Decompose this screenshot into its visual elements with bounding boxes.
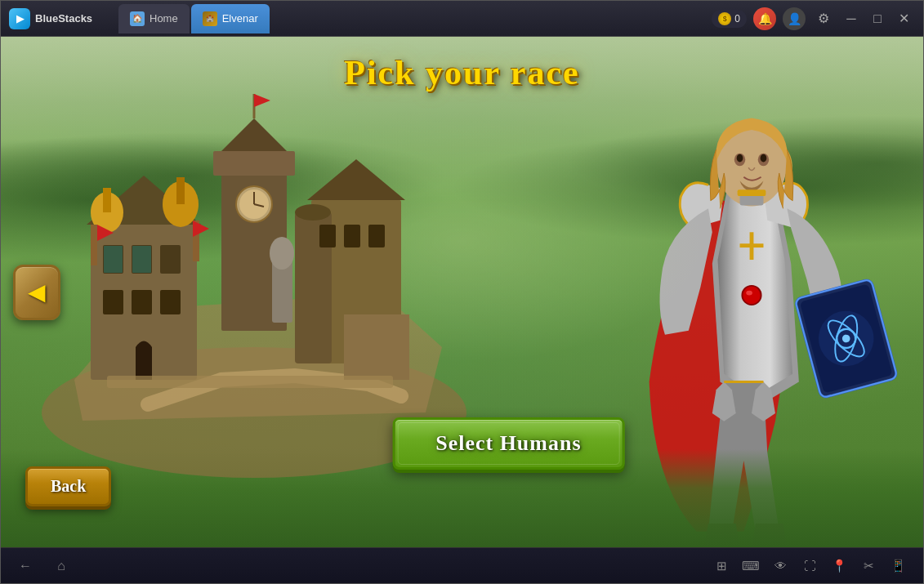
nav-left-button[interactable] (13, 265, 60, 320)
svg-point-38 (270, 237, 294, 270)
svg-rect-26 (319, 225, 336, 247)
svg-rect-17 (104, 246, 123, 273)
home-tab-icon: 🏠 (130, 11, 145, 26)
svg-rect-30 (107, 376, 393, 388)
settings-button[interactable]: ⚙ (812, 7, 835, 30)
notification-button[interactable]: 🔔 (753, 7, 776, 30)
svg-rect-29 (344, 314, 409, 380)
svg-point-55 (761, 154, 767, 163)
race-title-text: Pick your race (344, 54, 580, 91)
svg-point-40 (746, 291, 752, 296)
taskbar-scissors-icon[interactable]: ✂ (856, 554, 881, 578)
elvenar-tab-label: Elvenar (222, 12, 258, 25)
svg-marker-36 (193, 221, 209, 237)
coin-display: $ 0 (712, 10, 747, 28)
home-tab-label: Home (150, 12, 178, 25)
svg-point-25 (295, 204, 331, 221)
svg-rect-20 (132, 290, 152, 314)
tab-elvenar[interactable]: 🏰 Elvenar (191, 4, 270, 33)
svg-rect-13 (176, 177, 185, 204)
app-name: BlueStacks (35, 12, 92, 25)
svg-rect-16 (160, 245, 181, 274)
select-humans-button[interactable]: Select Humans (392, 417, 624, 470)
back-button-label: Back (51, 477, 86, 495)
minimize-button[interactable]: ─ (841, 9, 861, 29)
svg-rect-27 (344, 225, 360, 247)
taskbar-phone-icon[interactable]: 📱 (886, 554, 910, 578)
select-button-bg: Select Humans (392, 417, 624, 470)
svg-rect-19 (103, 290, 123, 314)
bluestacks-window: ▶ BlueStacks 🏠 Home 🏰 Elvenar $ 0 🔔 👤 ⚙ (0, 0, 924, 584)
svg-rect-28 (368, 225, 385, 247)
svg-marker-3 (221, 118, 287, 151)
title-bar-controls: $ 0 🔔 👤 ⚙ ─ □ ✕ (702, 7, 923, 30)
tab-home[interactable]: 🏠 Home (118, 4, 190, 33)
taskbar-right: ⊞ ⌨ 👁 ⛶ 📍 ✂ 📱 (709, 554, 910, 578)
svg-rect-2 (213, 151, 295, 176)
svg-marker-32 (254, 94, 270, 107)
svg-point-39 (742, 286, 761, 305)
svg-rect-21 (160, 290, 181, 314)
coin-count: 0 (734, 13, 740, 25)
svg-rect-57 (738, 189, 766, 196)
taskbar: ← ⌂ ⊞ ⌨ 👁 ⛶ 📍 ✂ 📱 (1, 547, 923, 583)
app-logo: ▶ BlueStacks (1, 8, 115, 29)
title-bar: ▶ BlueStacks 🏠 Home 🏰 Elvenar $ 0 🔔 👤 ⚙ (1, 1, 923, 37)
svg-rect-12 (103, 188, 111, 212)
taskbar-home-icon[interactable]: ⌂ (50, 555, 73, 577)
elvenar-tab-icon: 🏰 (203, 11, 217, 26)
bluestacks-logo-icon: ▶ (9, 8, 30, 29)
game-area: Pick your race (1, 37, 923, 547)
svg-marker-23 (307, 159, 405, 200)
taskbar-location-icon[interactable]: 📍 (827, 554, 851, 578)
svg-rect-18 (132, 246, 151, 273)
taskbar-grid-icon[interactable]: ⊞ (709, 554, 734, 578)
taskbar-expand-icon[interactable]: ⛶ (797, 554, 822, 578)
pick-race-title: Pick your race (344, 53, 580, 92)
taskbar-keyboard-icon[interactable]: ⌨ (739, 554, 763, 578)
coin-icon: $ (718, 12, 731, 25)
taskbar-eye-icon[interactable]: 👁 (768, 554, 792, 578)
tabs-area: 🏠 Home 🏰 Elvenar (115, 4, 702, 33)
svg-rect-33 (91, 225, 97, 265)
svg-point-54 (737, 154, 743, 163)
select-button-label: Select Humans (435, 431, 581, 455)
close-button[interactable]: ✕ (894, 9, 913, 29)
back-button-bg: Back (25, 466, 111, 506)
maximize-button[interactable]: □ (868, 9, 887, 29)
taskbar-left: ← ⌂ (14, 555, 73, 577)
profile-button[interactable]: 👤 (783, 7, 806, 30)
back-button[interactable]: Back (25, 466, 111, 506)
taskbar-back-icon[interactable]: ← (14, 555, 37, 577)
